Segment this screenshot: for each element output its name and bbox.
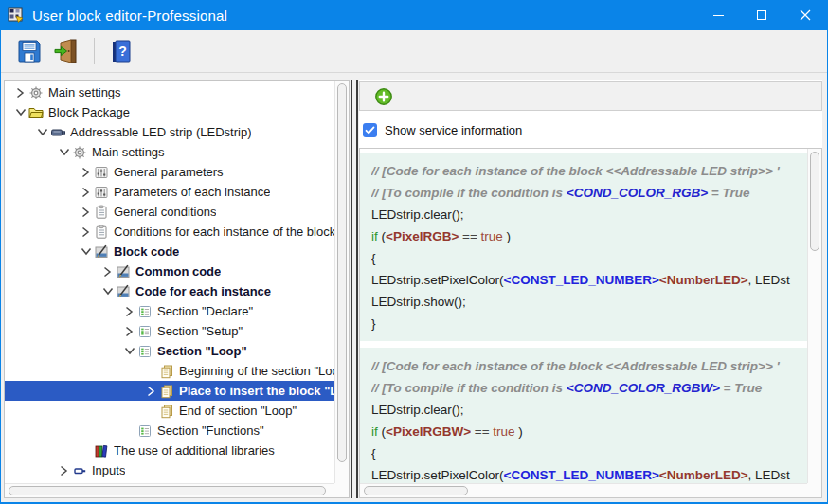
check-icon xyxy=(365,125,375,135)
chevron-placeholder xyxy=(121,423,137,439)
chevron-right-icon[interactable] xyxy=(78,185,94,200)
tree-item[interactable]: Section "Functions" xyxy=(5,421,334,441)
chevron-right-icon[interactable] xyxy=(78,225,94,240)
scrollbar-thumb[interactable] xyxy=(9,486,326,495)
tree-item[interactable]: Section "Declare" xyxy=(5,301,334,321)
code-segment: LEDstrip.clear(); xyxy=(371,207,464,222)
tree-vertical-scrollbar[interactable] xyxy=(334,81,349,483)
chevron-right-icon[interactable] xyxy=(12,85,28,100)
tree-item[interactable]: Conditions for each instance of the bloc… xyxy=(5,222,334,242)
help-button[interactable]: ? xyxy=(102,32,140,70)
chevron-down-icon[interactable] xyxy=(121,344,137,359)
chevron-right-icon[interactable] xyxy=(121,304,137,319)
code-vertical-scrollbar[interactable] xyxy=(807,149,821,483)
show-service-info-checkbox[interactable] xyxy=(363,123,377,137)
close-button[interactable] xyxy=(783,0,827,30)
minimize-icon xyxy=(713,15,724,16)
window-title: User block editor-Professional xyxy=(32,8,227,24)
code-segment: <CONST_LED_NUMBER> xyxy=(504,273,659,287)
panel-splitter[interactable] xyxy=(351,80,358,498)
chevron-right-icon[interactable] xyxy=(121,324,137,339)
code-line: if (<PixelRGB> == true ) xyxy=(371,225,807,247)
code-segment: <PixelRGBW> xyxy=(386,424,471,439)
pages-icon xyxy=(159,384,174,399)
tree-item-label: Main settings xyxy=(48,85,121,99)
tree-item[interactable]: Place to insert the block "Loop" xyxy=(5,381,334,401)
block-tree-panel: Main settingsBlock PackageAddressable LE… xyxy=(4,80,350,498)
tree-item[interactable]: Parameters of each instance xyxy=(5,182,334,202)
code-block[interactable]: // [Code for each instance of the block … xyxy=(360,153,807,341)
maximize-icon xyxy=(757,10,766,20)
chevron-down-icon[interactable] xyxy=(34,125,50,140)
tree-item[interactable]: Block Package xyxy=(5,102,334,122)
chevron-right-icon[interactable] xyxy=(143,384,159,399)
tree-item-label: Addressable LED strip (LEDstrip) xyxy=(70,125,251,139)
tree-item-label: Common code xyxy=(135,264,221,279)
code-line: // [To compile if the condition is <COND… xyxy=(371,377,807,399)
chevron-down-icon[interactable] xyxy=(56,145,72,160)
code-segment: ( xyxy=(378,229,386,243)
chevron-down-icon[interactable] xyxy=(99,284,116,299)
clipboard-icon xyxy=(94,225,109,240)
tree-item[interactable]: Main settings xyxy=(5,82,334,102)
tree-item[interactable]: Block code xyxy=(5,242,334,261)
code-line: // [To compile if the condition is <COND… xyxy=(371,182,807,204)
plus-icon xyxy=(374,87,393,106)
app-window: User block editor-Professional xyxy=(0,0,828,504)
save-button[interactable] xyxy=(10,32,48,70)
code-segment: // [To compile if the condition is xyxy=(371,381,567,395)
tree-item[interactable]: Beginning of the section "Loop" xyxy=(5,361,334,381)
code-segment: LEDstrip.clear(); xyxy=(371,403,464,417)
code-segment: { xyxy=(371,446,376,460)
pages-icon xyxy=(159,364,174,379)
tree-item-label: Block Package xyxy=(48,105,130,119)
tree-item-label: Section "Setup" xyxy=(157,324,243,338)
input-pin-icon xyxy=(72,463,87,478)
chevron-down-icon[interactable] xyxy=(78,244,94,260)
code-segment: <COND_COLOR_RGB> xyxy=(567,186,708,200)
list-page-icon xyxy=(137,344,153,359)
code-segment: <COND_COLOR_RGBW> xyxy=(567,381,720,395)
chevron-right-icon[interactable] xyxy=(56,463,72,478)
scrollbar-thumb[interactable] xyxy=(810,152,819,251)
tree-item[interactable]: Main settings xyxy=(5,142,334,162)
tree-item-label: Block code xyxy=(114,244,179,259)
maximize-button[interactable] xyxy=(740,0,783,30)
code-segment: true xyxy=(493,424,514,439)
scrollbar-thumb[interactable] xyxy=(337,83,347,462)
code-segment: , LEDst xyxy=(748,468,790,482)
minimize-button[interactable] xyxy=(696,0,740,30)
tree-item-label: Code for each instance xyxy=(135,284,271,298)
tree-item[interactable]: Code for each instance xyxy=(5,281,334,301)
code-line: { xyxy=(371,247,807,269)
tree-item[interactable]: Section "Loop" xyxy=(5,341,334,361)
tree-horizontal-scrollbar[interactable] xyxy=(5,483,334,497)
tree-item[interactable]: Addressable LED strip (LEDstrip) xyxy=(5,122,334,142)
code-segment: ( xyxy=(378,424,386,439)
code-line: LEDstrip.clear(); xyxy=(371,204,807,225)
tree-item[interactable]: End of section "Loop" xyxy=(5,401,334,421)
chevron-right-icon[interactable] xyxy=(99,264,116,279)
code-segment: // [Code for each instance of the block … xyxy=(371,359,780,373)
tree-item[interactable]: Section "Setup" xyxy=(5,321,334,341)
scrollbar-corner xyxy=(807,483,821,497)
code-segment: LEDstrip.show(); xyxy=(371,295,466,309)
code-segment: LEDstrip.setPixelColor( xyxy=(371,273,504,287)
tree-item[interactable]: Inputs xyxy=(5,460,334,480)
scrollbar-thumb[interactable] xyxy=(364,486,468,495)
code-block[interactable]: // [Code for each instance of the block … xyxy=(360,348,807,483)
tree-item[interactable]: Common code xyxy=(5,261,334,281)
chevron-right-icon[interactable] xyxy=(78,205,94,220)
chevron-down-icon[interactable] xyxy=(12,105,28,120)
code-horizontal-scrollbar[interactable] xyxy=(360,483,807,497)
code-line: } xyxy=(371,313,807,334)
chevron-right-icon[interactable] xyxy=(78,165,94,180)
code-toolbar-strip xyxy=(359,81,822,111)
code-segment: <NumberLED> xyxy=(659,468,748,482)
tree-item[interactable]: The use of additional libraries xyxy=(5,441,334,460)
tree-item[interactable]: General conditions xyxy=(5,202,334,222)
code-page-icon xyxy=(94,244,109,260)
add-button[interactable] xyxy=(374,87,393,106)
exit-button[interactable] xyxy=(48,32,86,70)
tree-item[interactable]: General parameters xyxy=(5,162,334,182)
